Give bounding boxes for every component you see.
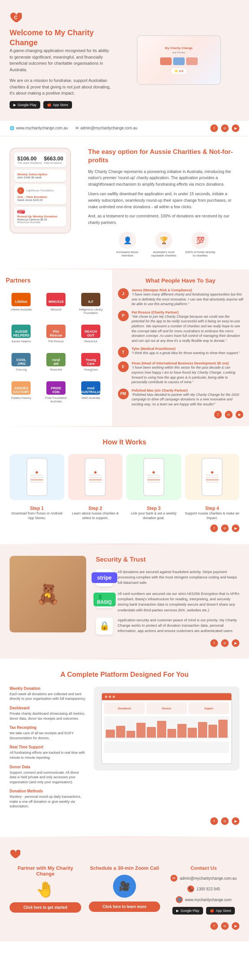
linkedin-icon[interactable]: in <box>221 124 229 132</box>
youtube-icon-p[interactable]: ▶ <box>232 817 239 825</box>
security-image: 🧸 <box>10 556 86 632</box>
stripe-badge: stripe <box>92 572 117 583</box>
linkedin-icon-f[interactable]: in <box>221 922 229 930</box>
contact-website-text: www.mycharitychange.com <box>185 898 231 902</box>
step-phone-inner-2 <box>85 458 106 496</box>
google-play-cta[interactable]: ▶ Google Play <box>172 907 203 915</box>
step-label-3: Step 3 Link your bank & set a weekly don… <box>126 506 181 521</box>
linkedin-icon-p[interactable]: in <box>221 817 229 825</box>
partner-name: Minus18 <box>51 308 61 311</box>
card-name-3: Rebecca Cameron $6.34 <box>17 218 63 221</box>
security-content: Security & Trust stripe All donations ar… <box>96 556 239 647</box>
partner-name: Cool.org <box>16 368 26 371</box>
facebook-icon[interactable]: f <box>210 124 218 132</box>
step-desc-1: Download from iTunes or Android App Stor… <box>10 511 64 521</box>
step-phone-1 <box>10 454 64 500</box>
cta-col-contact: Contact Us ✉ admin@mycharitychange.com.a… <box>168 865 239 915</box>
partner-name: Kiddies Factory <box>11 396 31 400</box>
facebook-icon-s[interactable]: f <box>210 639 218 647</box>
phone-bar-3 <box>147 479 160 480</box>
phone-bar-4 <box>206 482 219 483</box>
testimonial-avatar: T <box>118 347 129 358</box>
phone-label-1: This week donations <box>17 162 42 164</box>
phone-icon-cta: 📞 <box>187 885 194 892</box>
partner-item: AUSSIE HELPERS Aussie Helpers <box>6 322 37 346</box>
feature-title-6: Donation Methods <box>10 789 86 793</box>
step-label-4: Step 4 Support Aussie charities & make a… <box>185 506 240 521</box>
app-store-cta[interactable]: 🍎 App Store <box>206 907 235 915</box>
partner-name: MND Australia <box>82 396 100 400</box>
social-row-footer: f in ▶ <box>10 922 239 930</box>
platform-feature-1: Weekly Donation Each week all donations … <box>10 686 86 701</box>
email-contact: ✉ admin@mycharitychange.com.au <box>75 126 138 130</box>
testimonial-content: Tyler (Medical Practitioner) "I think th… <box>132 347 244 356</box>
phone-bar-4 <box>89 482 102 483</box>
cta-col1-title: Partner with My Charity Change <box>10 865 81 877</box>
testimonial-item: J James (Westpac Risk & Compliance) "I h… <box>118 288 244 307</box>
facebook-icon-f[interactable]: f <box>210 922 218 930</box>
step-label-1: Step 1 Download from iTunes or Android A… <box>10 506 64 521</box>
youtube-icon-f[interactable]: ▶ <box>232 922 239 930</box>
feature-title-2: Dashboard <box>10 706 86 710</box>
cta-heart-icon <box>10 849 20 859</box>
chart-bar-10 <box>198 722 207 738</box>
learn-more-button[interactable]: Click here to learn more <box>89 902 161 912</box>
testimonial-item: P Pat Rosoce (Charity Partner) "We chose… <box>118 310 244 343</box>
benefit-reputable-charities: 🏆 Australia's most reputable charities <box>149 232 179 257</box>
website-contact: 🌐 www.mycharitychange.com.au <box>10 126 68 130</box>
platform-feature-5: Donor Data Support, connect and communic… <box>10 765 86 785</box>
partner-item: mnd AUSTRALIA MND Australia <box>75 378 106 406</box>
linkedin-icon-h[interactable]: in <box>221 524 229 532</box>
facebook-icon-h[interactable]: f <box>210 524 218 532</box>
partner-item: Pits Rescue Pits Rescue <box>41 322 72 346</box>
cta-col-zoom: Schedule a 30-min Zoom Call 🎥 Click here… <box>89 865 161 915</box>
get-started-button[interactable]: Click here to get started <box>10 902 81 913</box>
phone-card-roundup: REACHOUT Round Up Weekly Donation Rebecc… <box>14 207 66 227</box>
cta-col2-title: Schedule a 30-min Zoom Call <box>90 865 159 871</box>
testimonial-avatar: PM <box>118 389 129 399</box>
phone-amount-1: $106.00 <box>17 155 42 162</box>
store-badges-cta: ▶ Google Play 🍎 App Store <box>172 907 235 915</box>
hero-title: Welcome to My Charity Change <box>10 28 111 47</box>
app-store-badge[interactable]: 🍎 App Store <box>43 101 72 109</box>
testimonial-avatar: P <box>118 310 129 321</box>
security-items-list: stripe All donations are secured against… <box>96 569 239 635</box>
phone-bar-3 <box>30 479 43 480</box>
email-icon: ✉ <box>75 126 79 130</box>
contact-phone-cta: 📞 1300 923 945 <box>187 885 220 892</box>
feature-desc-6: Mystery - personal round-up daily transa… <box>10 794 86 809</box>
hand-icon: 🤚 <box>36 880 55 898</box>
card-type-2: One - Time Donation <box>17 195 63 199</box>
facebook-icon-p[interactable]: f <box>210 817 218 825</box>
facebook-icon-t[interactable]: f <box>214 411 222 418</box>
google-play-badge[interactable]: ▶ Google Play <box>10 101 40 109</box>
laptop-card-2: Donors <box>146 702 187 714</box>
contact-email-cta: ✉ admin@mycharitychange.com.au <box>170 875 237 882</box>
laptop-dot-3 <box>113 696 115 698</box>
youtube-icon[interactable]: ▶ <box>232 124 239 132</box>
partners-testimonials-row: Partners Lifeline Lifeline Australia MIN… <box>0 270 249 426</box>
security-icon-3: 🔒 <box>96 617 113 635</box>
laptop-screen: Donations Donors Impact <box>101 693 232 764</box>
linkedin-icon-s[interactable]: in <box>221 639 229 647</box>
benefit-funds-to-charities: 💯 100% of funds directly to charities <box>185 232 216 257</box>
google-play-icon-cta: ▶ <box>176 909 179 913</box>
chart-bar-1 <box>106 730 115 738</box>
phone-dot <box>152 471 155 474</box>
youtube-icon-h[interactable]: ▶ <box>232 524 239 532</box>
feature-title-5: Donor Data <box>10 765 86 769</box>
platform-content: Weekly Donation Each week all donations … <box>10 686 239 813</box>
partner-item: COOL .ORG Cool.org <box>6 350 37 374</box>
easy-para-3: And, as a testament to our commitment, 1… <box>88 213 239 226</box>
contact-bar: 🌐 www.mycharitychange.com.au ✉ admin@myc… <box>0 120 249 136</box>
youtube-icon-t[interactable]: ▶ <box>236 411 243 418</box>
step-phone-inner-4 <box>201 458 223 496</box>
cta-section: Partner with My Charity Change 🤚 Click h… <box>0 837 249 941</box>
feature-desc-5: Support, connect and communicate. All do… <box>10 770 86 785</box>
youtube-icon-s[interactable]: ▶ <box>232 639 239 647</box>
step-phone-2 <box>68 454 123 500</box>
partner-name: Pits Rescue <box>48 340 64 343</box>
globe-icon-cta: 🌐 <box>176 896 183 903</box>
platform-feature-6: Donation Methods Mystery - personal roun… <box>10 789 86 809</box>
linkedin-icon-t[interactable]: in <box>225 411 233 418</box>
